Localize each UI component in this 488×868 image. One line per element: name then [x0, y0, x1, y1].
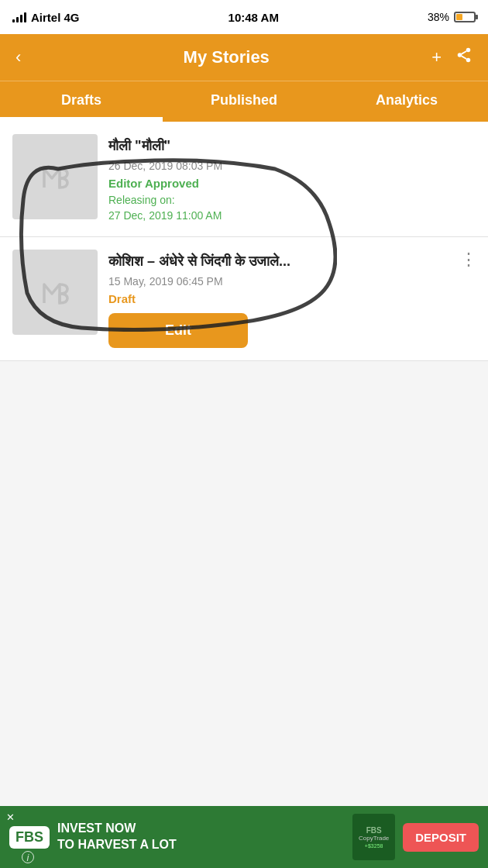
signal-icon	[12, 12, 26, 22]
tabs-bar: Drafts Published Analytics	[0, 81, 488, 122]
add-button[interactable]: +	[431, 47, 442, 67]
story-list: मौली "मौली" 26 Dec, 2019 08:03 PM Editor…	[0, 122, 488, 361]
edit-button[interactable]: Edit	[108, 313, 248, 348]
svg-line-3	[462, 56, 466, 59]
header-right: +	[431, 46, 473, 68]
story-thumbnail-2	[12, 250, 98, 335]
ad-close-button[interactable]: ✕	[6, 811, 15, 823]
svg-point-1	[458, 53, 462, 57]
back-button[interactable]: ‹	[15, 47, 21, 67]
battery-pct-label: 38%	[428, 11, 449, 23]
more-options-icon[interactable]: ⋮	[460, 250, 477, 270]
story-info-1: मौली "मौली" 26 Dec, 2019 08:03 PM Editor…	[108, 134, 476, 224]
ad-phone-image: FBS CopyTrade +$3258	[352, 814, 395, 860]
ad-logo: FBS	[9, 826, 50, 849]
share-button[interactable]	[455, 46, 473, 68]
status-left: Airtel 4G	[12, 11, 80, 24]
header: ‹ My Stories +	[0, 34, 488, 81]
status-right: 38%	[428, 11, 476, 23]
header-left: ‹	[15, 47, 21, 67]
tab-published[interactable]: Published	[163, 81, 325, 122]
story-title-1: मौली "मौली"	[108, 137, 476, 155]
status-bar: Airtel 4G 10:48 AM 38%	[0, 0, 488, 34]
ad-info-icon[interactable]: i	[22, 851, 34, 863]
story-item-2: कोशिश – अंधेरे से जिंदगी के उजाले... 15 …	[0, 237, 488, 361]
story-info-2: कोशिश – अंधेरे से जिंदगी के उजाले... 15 …	[108, 250, 476, 348]
story-status-1: Editor Approved	[108, 177, 476, 190]
story-title-2: कोशिश – अंधेरे से जिंदगी के उजाले...	[108, 253, 476, 270]
time-label: 10:48 AM	[229, 11, 279, 24]
tab-drafts[interactable]: Drafts	[0, 81, 163, 122]
svg-point-0	[466, 48, 471, 53]
ad-deposit-button[interactable]: DEPOSIT	[403, 823, 479, 852]
page-title: My Stories	[184, 47, 270, 67]
story-date-1: 26 Dec, 2019 08:03 PM	[108, 160, 476, 172]
svg-line-4	[462, 51, 466, 54]
battery-icon	[454, 12, 476, 22]
svg-point-2	[466, 58, 471, 63]
tab-analytics[interactable]: Analytics	[325, 81, 488, 122]
main-content: मौली "मौली" 26 Dec, 2019 08:03 PM Editor…	[0, 122, 488, 431]
story-status-2: Draft	[108, 292, 476, 305]
story-thumbnail-1	[12, 134, 98, 219]
ad-text: INVEST NOW TO HARVEST A LOT	[57, 821, 345, 853]
story-date-2: 15 May, 2019 06:45 PM	[108, 275, 476, 288]
story-item: मौली "मौली" 26 Dec, 2019 08:03 PM Editor…	[0, 122, 488, 237]
story-releasing-1: Releasing on: 27 Dec, 2019 11:00 AM	[108, 193, 476, 223]
carrier-label: Airtel 4G	[31, 11, 80, 24]
ad-banner: ✕ i FBS INVEST NOW TO HARVEST A LOT FBS …	[0, 806, 488, 868]
